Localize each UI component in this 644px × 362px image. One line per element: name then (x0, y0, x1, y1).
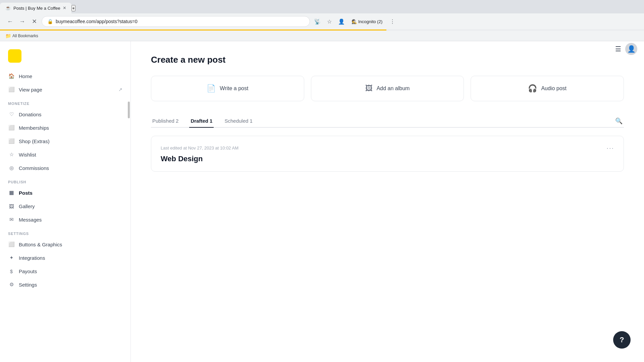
sidebar-item-settings[interactable]: ⚙ Settings (0, 278, 130, 291)
menu-icon[interactable]: ⋮ (388, 17, 397, 26)
integrations-icon: ✦ (8, 254, 15, 261)
sidebar-item-integrations[interactable]: ✦ Integrations (0, 251, 130, 264)
sidebar-memberships-label: Memberships (19, 125, 49, 131)
add-album-card[interactable]: 🖼 Add an album (311, 76, 464, 101)
donations-icon: ♡ (8, 111, 15, 118)
settings-icon: ⚙ (8, 281, 15, 288)
sidebar-buttons-graphics-label: Buttons & Graphics (19, 242, 62, 247)
sidebar-donations-label: Donations (19, 112, 42, 117)
payouts-icon: $ (8, 268, 15, 275)
incognito-button[interactable]: 🕵️ Incognito (2) (349, 18, 385, 25)
publish-section-title: PUBLISH (0, 175, 130, 186)
sidebar-wishlist-label: Wishlist (19, 152, 36, 158)
create-cards-row: 📄 Write a post 🖼 Add an album 🎧 Audio po… (151, 76, 624, 101)
sidebar-item-buttons-graphics[interactable]: ⬜ Buttons & Graphics (0, 238, 130, 251)
app-header: ☰ 👤 (615, 43, 637, 55)
add-album-label: Add an album (377, 85, 410, 92)
sidebar-item-home[interactable]: 🏠 Home (0, 69, 130, 83)
monetize-section-title: MONETIZE (0, 96, 130, 108)
bookmarks-bar: 📁 All Bookmarks (0, 31, 644, 41)
tab-drafted[interactable]: Drafted 1 (189, 115, 214, 128)
settings-section-title: SETTINGS (0, 226, 130, 238)
audio-post-icon: 🎧 (528, 84, 537, 93)
incognito-label: Incognito (2) (358, 19, 382, 24)
incognito-icon: 🕵️ (352, 19, 357, 24)
sidebar: ☕ 🏠 Home ⬜ View page ↗ MONETIZE ♡ Donati… (0, 41, 131, 362)
browser-chrome: ☕ Posts | Buy Me a Coffee × + ← → ✕ 🔒 bu… (0, 0, 644, 41)
gallery-icon: 🖼 (8, 203, 15, 209)
sidebar-shop-label: Shop (Extras) (19, 138, 50, 144)
sidebar-messages-label: Messages (19, 217, 42, 223)
address-bar[interactable]: 🔒 buymeacoffee.com/app/posts?status=0 (42, 16, 310, 27)
external-link-icon: ↗ (118, 87, 122, 92)
reload-button[interactable]: ✕ (30, 17, 39, 26)
tab-title: Posts | Buy Me a Coffee (13, 6, 60, 11)
help-button[interactable]: ? (613, 331, 631, 349)
cast-icon[interactable]: 📡 (313, 17, 322, 26)
bookmarks-label: All Bookmarks (12, 34, 38, 38)
add-album-icon: 🖼 (365, 84, 373, 93)
home-icon: 🏠 (8, 73, 15, 79)
bookmarks-folder-icon: 📁 (5, 33, 11, 39)
url-text: buymeacoffee.com/app/posts?status=0 (56, 19, 138, 24)
sidebar-item-gallery[interactable]: 🖼 Gallery (0, 199, 130, 213)
lock-icon: 🔒 (47, 19, 53, 24)
commissions-icon: ◎ (8, 165, 15, 171)
browser-toolbar: ← → ✕ 🔒 buymeacoffee.com/app/posts?statu… (0, 13, 644, 29)
post-title: Web Design (161, 155, 614, 163)
audio-post-label: Audio post (541, 85, 567, 92)
tab-scheduled[interactable]: Scheduled 1 (223, 115, 254, 128)
write-post-card[interactable]: 📄 Write a post (151, 76, 304, 101)
sidebar-item-shop[interactable]: ⬜ Shop (Extras) (0, 134, 130, 148)
posts-tabs: Published 2 Drafted 1 Scheduled 1 🔍 (151, 115, 624, 128)
post-last-edited: Last edited at Nov 27, 2023 at 10:02 AM (161, 145, 238, 150)
sidebar-item-commissions[interactable]: ◎ Commissions (0, 161, 130, 175)
post-meta-row: Last edited at Nov 27, 2023 at 10:02 AM … (161, 144, 614, 152)
tab-bar: ☕ Posts | Buy Me a Coffee × + (0, 0, 644, 13)
forward-button[interactable]: → (17, 17, 27, 26)
app-wrapper: ☕ 🏠 Home ⬜ View page ↗ MONETIZE ♡ Donati… (0, 41, 644, 362)
post-more-options[interactable]: ··· (606, 144, 614, 152)
back-button[interactable]: ← (5, 17, 15, 26)
tab-published[interactable]: Published 2 (151, 115, 180, 128)
close-tab-button[interactable]: × (63, 5, 66, 11)
posts-icon: ▦ (8, 189, 15, 196)
audio-post-card[interactable]: 🎧 Audio post (471, 76, 624, 101)
sidebar-scrollbar[interactable] (128, 102, 130, 118)
avatar-placeholder: 👤 (627, 45, 636, 53)
search-posts-icon[interactable]: 🔍 (614, 116, 624, 126)
post-card: Last edited at Nov 27, 2023 at 10:02 AM … (151, 136, 624, 172)
page-title: Create a new post (151, 55, 624, 65)
bookmark-star-icon[interactable]: ☆ (325, 17, 334, 26)
sidebar-commissions-label: Commissions (19, 165, 49, 171)
sidebar-logo: ☕ (0, 47, 130, 69)
sidebar-item-posts[interactable]: ▦ Posts (0, 186, 130, 199)
sidebar-home-label: Home (19, 73, 32, 79)
new-tab-button[interactable]: + (71, 5, 75, 11)
memberships-icon: ⬜ (8, 124, 15, 131)
main-content: ☰ 👤 Create a new post 📄 Write a post 🖼 A… (131, 41, 644, 362)
sidebar-view-page-label: View page (19, 87, 42, 93)
view-page-icon: ⬜ (8, 86, 15, 93)
sidebar-item-messages[interactable]: ✉ Messages (0, 213, 130, 226)
svg-rect-0 (8, 49, 21, 63)
sidebar-gallery-label: Gallery (19, 203, 35, 209)
profile-icon[interactable]: 👤 (337, 17, 346, 26)
tab-favicon: ☕ (5, 5, 11, 11)
sidebar-posts-label: Posts (19, 190, 33, 196)
brand-logo-icon: ☕ (8, 49, 21, 63)
sidebar-payouts-label: Payouts (19, 268, 37, 274)
write-post-icon: 📄 (207, 84, 216, 93)
sidebar-item-view-page[interactable]: ⬜ View page ↗ (0, 83, 130, 96)
wishlist-icon: ☆ (8, 151, 15, 158)
write-post-label: Write a post (220, 85, 248, 92)
buttons-graphics-icon: ⬜ (8, 241, 15, 248)
sidebar-item-payouts[interactable]: $ Payouts (0, 264, 130, 278)
shop-icon: ⬜ (8, 138, 15, 144)
active-tab[interactable]: ☕ Posts | Buy Me a Coffee × (0, 3, 71, 13)
sidebar-item-wishlist[interactable]: ☆ Wishlist (0, 148, 130, 161)
sidebar-item-memberships[interactable]: ⬜ Memberships (0, 121, 130, 134)
user-avatar[interactable]: 👤 (625, 43, 637, 55)
header-menu-button[interactable]: ☰ (615, 45, 621, 53)
sidebar-item-donations[interactable]: ♡ Donations (0, 108, 130, 121)
